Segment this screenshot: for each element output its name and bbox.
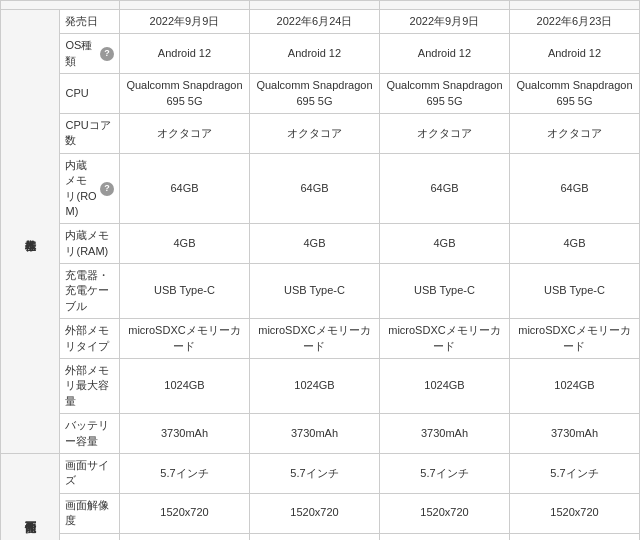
comparison-table-wrapper: 基本仕様発売日2022年9月9日2022年6月24日2022年9月9日2022年… [0,0,640,540]
comparison-table: 基本仕様発売日2022年9月9日2022年6月24日2022年9月9日2022年… [0,0,640,540]
data-cell-row10-col4: 5.7インチ [509,453,639,493]
row-label: 発売日 [60,10,119,34]
data-cell-row0-col3: 2022年9月9日 [379,10,509,34]
data-cell-row10-col2: 5.7インチ [249,453,379,493]
data-cell-row3-col4: オクタコア [509,113,639,153]
data-cell-row11-col3: 1520x720 [379,493,509,533]
table-row: CPUQualcomm Snapdragon 695 5GQualcomm Sn… [1,74,640,114]
product-name-header [1,1,120,10]
table-row: 外部メモリ最大容量1024GB1024GB1024GB1024GB [1,359,640,414]
data-cell-row4-col2: 64GB [249,153,379,224]
info-icon[interactable]: ? [100,182,114,196]
table-row: 外部メモリタイプmicroSDXCメモリーカードmicroSDXCメモリーカード… [1,319,640,359]
data-cell-row8-col1: 1024GB [119,359,249,414]
row-label: CPU [60,74,119,114]
data-cell-row3-col2: オクタコア [249,113,379,153]
table-row: 内蔵メモリ(ROM)?64GB64GB64GB64GB [1,153,640,224]
data-cell-row12-col4: TFT [509,533,639,540]
header-row [1,1,640,10]
data-cell-row5-col2: 4GB [249,224,379,264]
data-cell-row12-col1 [119,533,249,540]
table-row: 画面性能画面サイズ5.7インチ5.7インチ5.7インチ5.7インチ [1,453,640,493]
data-cell-row8-col3: 1024GB [379,359,509,414]
data-cell-row10-col1: 5.7インチ [119,453,249,493]
data-cell-row5-col3: 4GB [379,224,509,264]
data-cell-row11-col4: 1520x720 [509,493,639,533]
row-label: 充電器・充電ケーブル [60,264,119,319]
data-cell-row2-col1: Qualcomm Snapdragon 695 5G [119,74,249,114]
data-cell-row3-col3: オクタコア [379,113,509,153]
row-label-text: OS種類 [65,38,97,69]
data-cell-row0-col2: 2022年6月24日 [249,10,379,34]
row-label: 内蔵メモリ(ROM)? [60,153,119,224]
table-row: バッテリー容量3730mAh3730mAh3730mAh3730mAh [1,414,640,454]
data-cell-row0-col1: 2022年9月9日 [119,10,249,34]
table-row: 充電器・充電ケーブルUSB Type-CUSB Type-CUSB Type-C… [1,264,640,319]
row-label: パネル種類 [60,533,119,540]
data-cell-row1-col1: Android 12 [119,34,249,74]
row-label: 内蔵メモリ(RAM) [60,224,119,264]
data-cell-row10-col3: 5.7インチ [379,453,509,493]
data-cell-row9-col1: 3730mAh [119,414,249,454]
data-cell-row6-col2: USB Type-C [249,264,379,319]
data-cell-row5-col1: 4GB [119,224,249,264]
data-cell-row0-col4: 2022年6月23日 [509,10,639,34]
col1-header [119,1,249,10]
data-cell-row4-col4: 64GB [509,153,639,224]
section-label: 基本仕様 [1,10,60,454]
col2-header [249,1,379,10]
data-cell-row11-col2: 1520x720 [249,493,379,533]
table-row: 基本仕様発売日2022年9月9日2022年6月24日2022年9月9日2022年… [1,10,640,34]
row-label: 外部メモリ最大容量 [60,359,119,414]
data-cell-row6-col3: USB Type-C [379,264,509,319]
row-label: 画面サイズ [60,453,119,493]
data-cell-row7-col4: microSDXCメモリーカード [509,319,639,359]
row-label: CPUコア数 [60,113,119,153]
data-cell-row2-col3: Qualcomm Snapdragon 695 5G [379,74,509,114]
col4-header [509,1,639,10]
section-label: 画面性能 [1,453,60,540]
data-cell-row2-col2: Qualcomm Snapdragon 695 5G [249,74,379,114]
row-label: 画面解像度 [60,493,119,533]
data-cell-row1-col3: Android 12 [379,34,509,74]
table-row: OS種類?Android 12Android 12Android 12Andro… [1,34,640,74]
row-label-text: 内蔵メモリ(ROM) [65,158,97,220]
info-icon[interactable]: ? [100,47,114,61]
data-cell-row7-col1: microSDXCメモリーカード [119,319,249,359]
data-cell-row12-col3: TFT [379,533,509,540]
table-row: 内蔵メモリ(RAM)4GB4GB4GB4GB [1,224,640,264]
data-cell-row3-col1: オクタコア [119,113,249,153]
data-cell-row4-col3: 64GB [379,153,509,224]
col3-header [379,1,509,10]
data-cell-row2-col4: Qualcomm Snapdragon 695 5G [509,74,639,114]
row-label: OS種類? [60,34,119,74]
data-cell-row8-col4: 1024GB [509,359,639,414]
data-cell-row4-col1: 64GB [119,153,249,224]
row-label: バッテリー容量 [60,414,119,454]
data-cell-row1-col4: Android 12 [509,34,639,74]
data-cell-row7-col2: microSDXCメモリーカード [249,319,379,359]
data-cell-row8-col2: 1024GB [249,359,379,414]
table-row: 画面解像度1520x7201520x7201520x7201520x720 [1,493,640,533]
row-label: 外部メモリタイプ [60,319,119,359]
data-cell-row9-col2: 3730mAh [249,414,379,454]
data-cell-row9-col4: 3730mAh [509,414,639,454]
data-cell-row9-col3: 3730mAh [379,414,509,454]
table-row: CPUコア数オクタコアオクタコアオクタコアオクタコア [1,113,640,153]
data-cell-row7-col3: microSDXCメモリーカード [379,319,509,359]
data-cell-row12-col2: TFT [249,533,379,540]
data-cell-row11-col1: 1520x720 [119,493,249,533]
data-cell-row6-col1: USB Type-C [119,264,249,319]
table-row: パネル種類TFTTFTTFT [1,533,640,540]
data-cell-row1-col2: Android 12 [249,34,379,74]
data-cell-row6-col4: USB Type-C [509,264,639,319]
data-cell-row5-col4: 4GB [509,224,639,264]
